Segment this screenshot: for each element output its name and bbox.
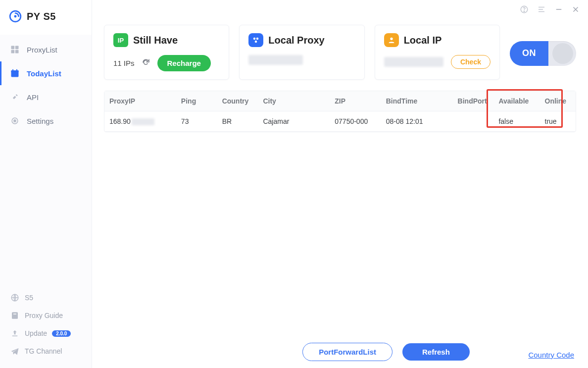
cell-city: Cajamar: [258, 111, 330, 132]
sidebar: PY S5 ProxyList TodayList API: [0, 0, 92, 368]
col-bindtime: BindTime: [381, 91, 453, 111]
col-available: Available: [493, 91, 539, 111]
col-bindport: BindPort: [453, 91, 494, 111]
proxy-toggle[interactable]: ON: [510, 41, 576, 66]
calendar-icon: [10, 68, 20, 78]
portforwardlist-button[interactable]: PortForwardList: [302, 343, 392, 361]
card-local-ip: Local IP Check: [375, 25, 500, 80]
local-ip-icon: [384, 33, 399, 47]
refresh-icon[interactable]: [142, 58, 150, 68]
cell-bindport: [453, 111, 494, 132]
cell-online: true: [540, 111, 576, 132]
col-country: Country: [217, 91, 258, 111]
sidebar-link-label: S5: [25, 294, 33, 302]
svg-rect-4: [11, 50, 15, 53]
sidebar-link-s5[interactable]: S5: [8, 289, 84, 307]
cell-available: false: [493, 111, 539, 132]
sidebar-link-label: TG Channel: [25, 347, 62, 355]
col-ping: Ping: [176, 91, 217, 111]
sidebar-link-update[interactable]: Update 2.0.0: [8, 324, 84, 342]
sidebar-link-label: Proxy Guide: [25, 312, 63, 319]
country-code-link[interactable]: Country Code: [528, 351, 574, 359]
svg-point-1: [14, 15, 17, 18]
svg-rect-8: [12, 69, 13, 71]
sidebar-item-label: API: [27, 93, 39, 102]
svg-point-11: [14, 120, 16, 122]
proxy-table: ProxyIP Ping Country City ZIP BindTime B…: [104, 91, 576, 132]
sidebar-item-todaylist[interactable]: TodayList: [0, 61, 92, 85]
update-badge: 2.0.0: [52, 330, 71, 337]
proxyip-prefix: 168.90: [109, 117, 131, 125]
cards-row: IP Still Have 11 IPs Recharge Local Pro: [92, 0, 588, 80]
main-area: IP Still Have 11 IPs Recharge Local Pro: [92, 0, 588, 368]
card-title: Local Proxy: [268, 35, 324, 46]
proxyip-blurred: [132, 118, 154, 125]
sidebar-item-proxylist[interactable]: ProxyList: [0, 38, 92, 61]
svg-rect-5: [15, 50, 19, 53]
sidebar-item-label: Settings: [27, 117, 53, 125]
plug-icon: [10, 92, 20, 102]
cell-proxyip: 168.90: [104, 111, 176, 132]
gear-icon: [10, 116, 20, 126]
globe-icon: [10, 293, 20, 303]
local-proxy-value-blurred: [248, 55, 303, 65]
refresh-button[interactable]: Refresh: [402, 343, 470, 361]
table-row[interactable]: 168.90 73 BR Cajamar 07750-000 08-08 12:…: [104, 111, 576, 132]
svg-rect-7: [11, 70, 19, 72]
book-icon: [10, 311, 20, 320]
menu-icon[interactable]: [537, 5, 546, 14]
sidebar-item-label: TodayList: [27, 69, 61, 78]
check-button[interactable]: Check: [451, 55, 490, 69]
sidebar-link-tgchannel[interactable]: TG Channel: [8, 342, 84, 360]
ip-count: 11 IPs: [113, 59, 135, 67]
svg-point-24: [256, 38, 259, 40]
sidebar-bottom: S5 Proxy Guide Update 2.0.0 TG Channel: [0, 289, 92, 360]
svg-rect-9: [16, 69, 17, 71]
svg-point-25: [255, 41, 257, 43]
sidebar-link-label: Update: [25, 329, 47, 337]
recharge-button[interactable]: Recharge: [157, 55, 211, 71]
local-proxy-icon: [248, 33, 263, 47]
app-logo-icon: [9, 10, 22, 23]
toggle-wrap: ON: [510, 25, 576, 80]
svg-point-26: [390, 38, 392, 40]
toggle-knob: [552, 43, 573, 64]
card-title: Local IP: [404, 35, 442, 46]
svg-rect-14: [13, 314, 16, 315]
sidebar-link-proxyguide[interactable]: Proxy Guide: [8, 307, 84, 324]
svg-point-16: [524, 11, 525, 12]
svg-rect-3: [15, 46, 19, 50]
main-nav: ProxyList TodayList API Settings: [0, 38, 92, 133]
sidebar-item-settings[interactable]: Settings: [0, 109, 92, 133]
svg-rect-2: [11, 46, 15, 50]
cell-country: BR: [217, 111, 258, 132]
table-header-row: ProxyIP Ping Country City ZIP BindTime B…: [104, 91, 576, 111]
local-ip-value-blurred: [384, 57, 443, 67]
app-title: PY S5: [27, 11, 56, 22]
card-title: Still Have: [133, 35, 178, 46]
minimize-icon[interactable]: [554, 5, 563, 14]
card-local-proxy: Local Proxy: [239, 25, 364, 80]
cell-bindtime: 08-08 12:01: [381, 111, 453, 132]
proxy-table-wrap: ProxyIP Ping Country City ZIP BindTime B…: [104, 91, 576, 132]
cell-zip: 07750-000: [330, 111, 381, 132]
sidebar-item-api[interactable]: API: [0, 85, 92, 109]
ip-badge-icon: IP: [113, 33, 128, 47]
cell-ping: 73: [176, 111, 217, 132]
col-city: City: [258, 91, 330, 111]
logo-row: PY S5: [0, 0, 92, 35]
svg-rect-13: [12, 312, 18, 319]
help-icon[interactable]: [520, 5, 529, 14]
card-still-have: IP Still Have 11 IPs Recharge: [104, 25, 229, 80]
sidebar-item-label: ProxyList: [27, 46, 57, 54]
window-controls: [520, 5, 580, 14]
footer: PortForwardList Refresh: [184, 343, 588, 361]
svg-point-23: [253, 38, 256, 40]
close-icon[interactable]: [571, 5, 580, 14]
grid-icon: [10, 45, 20, 54]
upload-icon: [10, 328, 20, 338]
col-zip: ZIP: [330, 91, 381, 111]
toggle-on-label: ON: [510, 41, 548, 66]
col-online: Online: [540, 91, 576, 111]
col-proxyip: ProxyIP: [104, 91, 176, 111]
